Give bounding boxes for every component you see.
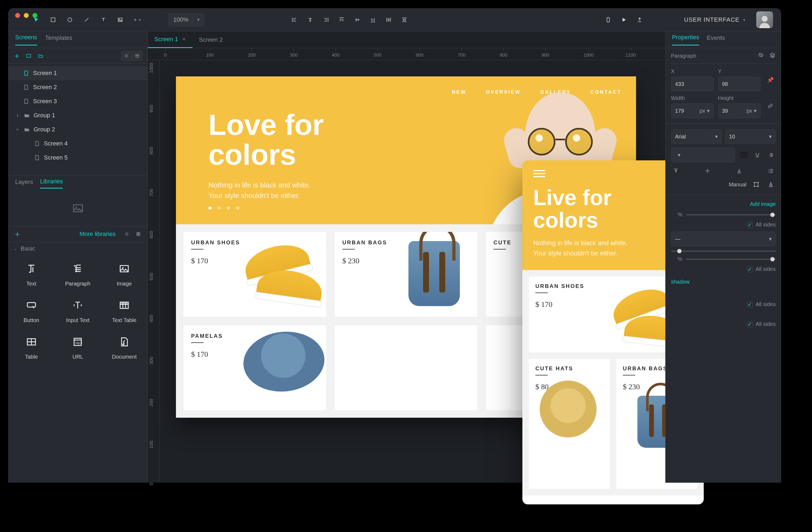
hamburger-icon[interactable] [533,170,545,177]
close-tab-icon[interactable]: ✕ [182,36,186,42]
component-paragraph[interactable]: Paragraph [55,261,101,287]
play-icon[interactable] [620,16,628,24]
tree-item-screen5[interactable]: Screen 5 [8,151,147,165]
align-bottom-icon[interactable] [369,16,377,24]
all-sides-checkbox[interactable]: ✓ [747,302,753,307]
hero-pagination-dots[interactable] [208,206,239,210]
height-input[interactable]: 39px ▾ [718,103,761,118]
align-top-icon[interactable] [338,16,345,24]
ellipse-tool-icon[interactable] [66,16,74,24]
tab-screens[interactable]: Screens [15,34,37,45]
zoom-dropdown-icon[interactable]: ▾ [192,13,204,27]
component-image[interactable]: Image [101,261,147,287]
product-card[interactable]: URBAN SHOES $ 170 [184,232,326,317]
x-input[interactable]: 433 [671,76,714,91]
tab-libraries[interactable]: Libraries [40,178,63,188]
font-family-select[interactable]: Arial▾ [671,129,722,144]
component-text[interactable]: Text [8,261,55,287]
width-input[interactable]: 179px ▾ [671,103,714,118]
pin-icon[interactable]: 📌 [767,76,774,83]
list-view-icon[interactable] [121,51,132,61]
tab-templates[interactable]: Templates [45,34,72,45]
align-vcenter-icon[interactable] [353,16,361,24]
tree-item-screen3[interactable]: Screen 3 [8,94,147,108]
user-avatar[interactable] [756,11,773,28]
text-align-middle-icon[interactable] [702,166,712,176]
tree-item-screen2[interactable]: Screen 2 [8,80,147,94]
text-frame-icon[interactable] [766,180,776,190]
component-text-table[interactable]: Text Table [101,297,147,323]
list-icon[interactable] [766,166,776,176]
add-tool-icon[interactable]: ▾ [133,16,141,24]
visibility-icon[interactable] [757,52,764,60]
rectangle-tool-icon[interactable] [49,16,57,24]
tree-item-screen1[interactable]: Screen 1 [8,66,147,80]
grid-view-icon[interactable] [132,51,143,61]
add-library-icon[interactable]: ＋ [14,229,21,239]
upload-icon[interactable] [636,16,643,24]
line-tool-icon[interactable] [83,16,90,24]
product-card[interactable]: URBAN BAGS $ 230 [335,232,477,317]
distribute-h-icon[interactable] [385,16,392,24]
doc-tab-screen1[interactable]: Screen 1✕ [148,31,192,48]
y-input[interactable]: 98 [718,76,761,91]
new-image-icon[interactable] [25,52,32,60]
underline-icon[interactable] [752,150,762,160]
library-section-basic[interactable]: ⌄ Basic [8,242,147,255]
border-slider[interactable] [671,251,776,252]
component-url[interactable]: http://URL [55,334,101,360]
image-tool-icon[interactable] [116,16,124,24]
product-card[interactable]: CUTE HATS $ 80 [529,359,610,489]
all-sides-checkbox[interactable]: ✓ [747,321,753,327]
lib-list-icon[interactable] [123,230,131,238]
view-toggle[interactable] [121,51,143,61]
canvas-viewport[interactable]: NEW OVERVIEW GALLERY CONTACT Love for co… [160,60,665,483]
tab-layers[interactable]: Layers [15,179,33,188]
component-button[interactable]: Button [8,297,55,323]
text-align-bottom-icon[interactable] [734,166,744,176]
text-align-top-icon[interactable] [671,166,681,176]
border-style-select[interactable]: —▾ [671,232,776,246]
product-card[interactable]: PAMELAS $ 170 [184,325,326,410]
tree-item-screen4[interactable]: Screen 4 [8,137,147,151]
text-tool-icon[interactable] [100,16,107,24]
text-color-swatch[interactable] [739,151,749,159]
device-preview-icon[interactable] [605,16,612,24]
chevron-right-icon[interactable]: › [15,112,20,119]
close-icon[interactable] [15,13,20,18]
chevron-down-icon[interactable]: › [14,127,21,132]
strikethrough-icon[interactable] [766,150,776,160]
font-style-select[interactable]: ▾ [671,148,735,162]
layers-icon[interactable] [769,52,776,60]
add-shadow-link[interactable]: shadow [671,279,776,285]
font-size-select[interactable]: 10▾ [725,129,776,144]
workspace-mode-dropdown[interactable]: USER INTERFACE ▾ [684,16,745,23]
add-screen-icon[interactable]: ＋ [13,51,20,61]
zoom-control[interactable]: 100% ▾ [168,13,204,27]
tab-events[interactable]: Events [707,34,725,45]
maximize-icon[interactable] [32,13,37,18]
doc-tab-screen2[interactable]: Screen 2 [192,31,229,48]
align-left-icon[interactable] [291,16,298,24]
add-image-link[interactable]: Add image [750,201,776,207]
tree-item-group2[interactable]: › Group 2 [8,123,147,137]
link-dimensions-icon[interactable] [767,103,773,110]
more-libraries-link[interactable]: More libraries [79,230,116,238]
lib-grid-icon[interactable] [134,230,142,238]
all-sides-checkbox[interactable]: ✓ [747,222,753,228]
component-input-text[interactable]: Input Text [55,297,101,323]
all-sides-checkbox[interactable]: ✓ [747,266,753,272]
component-table[interactable]: Table [8,334,55,360]
product-card[interactable] [335,325,477,410]
new-folder-icon[interactable] [37,52,44,60]
component-document[interactable]: Document [101,334,147,360]
distribute-v-icon[interactable] [401,16,408,24]
opacity-slider-2[interactable]: % [671,256,776,262]
bounding-box-icon[interactable] [751,180,761,190]
minimize-icon[interactable] [24,13,29,18]
opacity-slider-1[interactable]: % [671,212,776,218]
tree-item-group1[interactable]: › Group 1 [8,108,147,123]
tab-properties[interactable]: Properties [672,34,699,45]
align-right-icon[interactable] [322,16,330,24]
align-hcenter-icon[interactable] [306,16,314,24]
